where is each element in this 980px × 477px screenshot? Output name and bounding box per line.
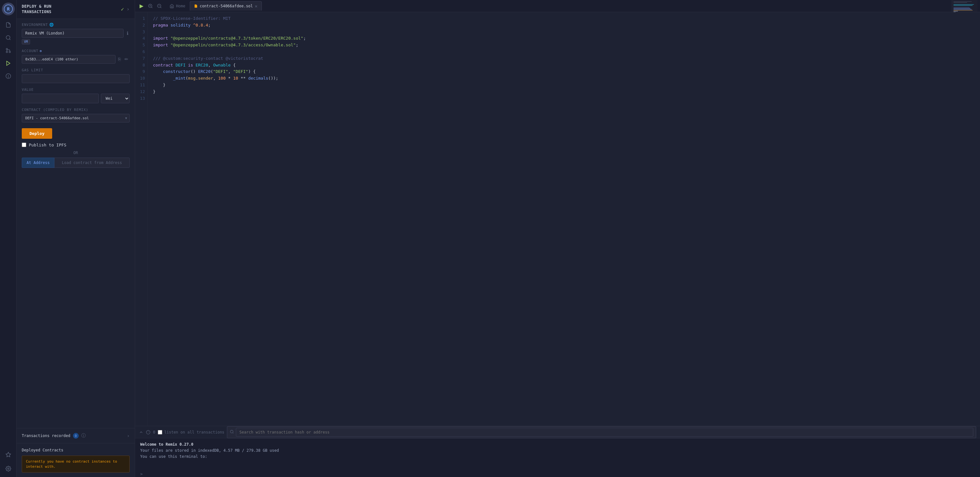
- file-icon: [194, 4, 198, 8]
- git-icon[interactable]: [3, 45, 14, 56]
- line-numbers: 1234 5678 9101112 13: [135, 12, 148, 426]
- transactions-expand-icon[interactable]: ›: [127, 433, 130, 438]
- home-icon: [170, 4, 174, 8]
- svg-line-17: [160, 7, 161, 8]
- account-select[interactable]: 0x5B3...eddC4 (100 ether): [22, 55, 116, 63]
- tab-bar: Home contract-54066afdee.sol ✕: [166, 1, 951, 11]
- zoom-in-button[interactable]: [146, 2, 154, 10]
- listen-row: listen on all transactions: [158, 430, 224, 434]
- deploy-panel-header: DEPLOY & RUN TRANSACTIONS ✓ ›: [17, 0, 135, 19]
- at-address-row: At Address Load contract from Address: [22, 158, 130, 168]
- environment-info-btn[interactable]: ℹ: [126, 29, 130, 37]
- environment-group: ENVIRONMENT 🌐 Remix VM (London) Remix VM…: [22, 23, 130, 44]
- account-label: ACCOUNT ⊕: [22, 49, 130, 53]
- gas-limit-input[interactable]: 3000000: [22, 74, 130, 83]
- value-row: 0 Wei Gwei Finney Ether: [22, 93, 130, 103]
- value-input[interactable]: 0: [22, 93, 99, 103]
- svg-line-3: [9, 39, 10, 40]
- minimap-lines: [953, 1, 976, 13]
- contract-label: CONTRACT (Compiled By Remix): [22, 108, 130, 112]
- value-group: VALUE 0 Wei Gwei Finney Ether: [22, 87, 130, 103]
- terminal-search-icon: [230, 430, 234, 435]
- editor-topbar: ▶ Home: [135, 0, 980, 12]
- deploy-button[interactable]: Deploy: [22, 128, 52, 139]
- svg-text:R: R: [7, 6, 10, 11]
- zoom-out-button[interactable]: [156, 2, 163, 10]
- deploy-header-icons: ✓ ›: [121, 6, 130, 12]
- load-contract-button[interactable]: Load contract from Address: [54, 158, 130, 168]
- deployed-contracts-title: Deployed Contracts: [22, 448, 130, 452]
- contract-select-wrap: DEFI - contract-54066afdee.sol ▼: [22, 114, 130, 122]
- deploy-panel: DEPLOY & RUN TRANSACTIONS ✓ › ENVIRONMEN…: [17, 0, 135, 477]
- contract-group: CONTRACT (Compiled By Remix) DEFI - cont…: [22, 108, 130, 122]
- transactions-badge: 0: [73, 433, 79, 439]
- terminal-search-input[interactable]: [236, 428, 973, 437]
- no-contract-box: Currently you have no contract instances…: [22, 456, 130, 472]
- svg-point-6: [6, 51, 8, 53]
- or-divider: OR: [22, 151, 130, 155]
- publish-ipfs-checkbox[interactable]: [22, 143, 26, 147]
- contract-select[interactable]: DEFI - contract-54066afdee.sol: [22, 114, 130, 122]
- files-icon[interactable]: [3, 19, 14, 31]
- settings-icon[interactable]: [3, 463, 14, 474]
- account-row: 0x5B3...eddC4 (100 ether) ⎘ ✏: [22, 55, 130, 63]
- app-logo: R: [2, 3, 15, 15]
- transactions-header: Transactions recorded 0 ⓘ ›: [22, 433, 130, 439]
- svg-point-11: [7, 468, 9, 470]
- home-tab-label: Home: [176, 4, 185, 8]
- code-content[interactable]: // SPDX-License-Identifier: MIT pragma s…: [148, 12, 980, 426]
- terminal-collapse-btn[interactable]: [139, 430, 143, 434]
- listen-checkbox[interactable]: [158, 430, 162, 434]
- svg-marker-8: [6, 61, 10, 65]
- copy-account-btn[interactable]: ⎘: [117, 55, 122, 63]
- code-editor: 1234 5678 9101112 13 // SPDX-License-Ide…: [135, 12, 980, 426]
- welcome-message: Welcome to Remix 0.27.0: [140, 442, 975, 448]
- terminal-transaction-count: 0: [153, 430, 155, 434]
- account-group: ACCOUNT ⊕ 0x5B3...eddC4 (100 ether) ⎘ ✏: [22, 49, 130, 63]
- deploy-sidebar-icon[interactable]: [3, 57, 14, 69]
- value-unit-select[interactable]: Wei Gwei Finney Ether: [101, 93, 130, 103]
- info-line-1: Your files are stored in indexedDB, 4.57…: [140, 448, 975, 454]
- expand-icon[interactable]: ›: [126, 6, 130, 12]
- svg-line-23: [233, 433, 233, 433]
- sidebar: R: [0, 0, 17, 477]
- tab-active-file[interactable]: contract-54066afdee.sol ✕: [190, 1, 262, 11]
- run-button[interactable]: ▶: [138, 2, 145, 10]
- svg-line-13: [151, 7, 152, 8]
- deployed-contracts-section: Deployed Contracts Currently you have no…: [17, 443, 135, 477]
- publish-ipfs-label: Publish to IPFS: [29, 143, 66, 147]
- vm-badge: VM: [22, 39, 30, 44]
- transactions-info-icon[interactable]: ⓘ: [81, 433, 86, 439]
- transactions-section: Transactions recorded 0 ⓘ ›: [17, 428, 135, 443]
- transactions-title: Transactions recorded 0 ⓘ: [22, 433, 86, 439]
- main-area: ▶ Home: [135, 0, 980, 477]
- plugins-icon[interactable]: [3, 449, 14, 460]
- search-sidebar-icon[interactable]: [3, 32, 14, 43]
- terminal-output: Welcome to Remix 0.27.0 Your files are s…: [135, 438, 980, 471]
- terminal-area: 0 listen on all transactions Welcome to …: [135, 426, 980, 477]
- check-icon: ✓: [121, 6, 124, 12]
- environment-select[interactable]: Remix VM (London) Remix VM (Berlin) Inje…: [22, 29, 124, 38]
- active-tab-label: contract-54066afdee.sol: [200, 4, 253, 8]
- account-plus-icon[interactable]: ⊕: [40, 49, 42, 53]
- svg-point-22: [231, 430, 233, 433]
- listen-label: listen on all transactions: [164, 430, 224, 434]
- publish-row: Publish to IPFS: [22, 143, 130, 147]
- terminal-search-bar: [227, 426, 976, 438]
- terminal-toolbar: 0 listen on all transactions: [135, 426, 980, 438]
- svg-point-10: [8, 77, 9, 78]
- at-address-button[interactable]: At Address: [22, 158, 54, 168]
- terminal-clear-btn[interactable]: [146, 430, 150, 434]
- svg-point-2: [6, 35, 10, 39]
- deploy-content: ENVIRONMENT 🌐 Remix VM (London) Remix VM…: [17, 19, 135, 428]
- edit-account-btn[interactable]: ✏: [123, 55, 130, 63]
- gas-limit-label: GAS LIMIT: [22, 68, 130, 72]
- tab-close-button[interactable]: ✕: [255, 3, 257, 9]
- environment-icon: 🌐: [49, 23, 54, 27]
- deploy-panel-title: DEPLOY & RUN TRANSACTIONS: [22, 4, 51, 15]
- value-label: VALUE: [22, 87, 130, 92]
- terminal-prompt[interactable]: >: [135, 471, 980, 477]
- debug-icon[interactable]: [3, 70, 14, 82]
- tab-home[interactable]: Home: [166, 2, 189, 10]
- minimap-area: [952, 0, 977, 12]
